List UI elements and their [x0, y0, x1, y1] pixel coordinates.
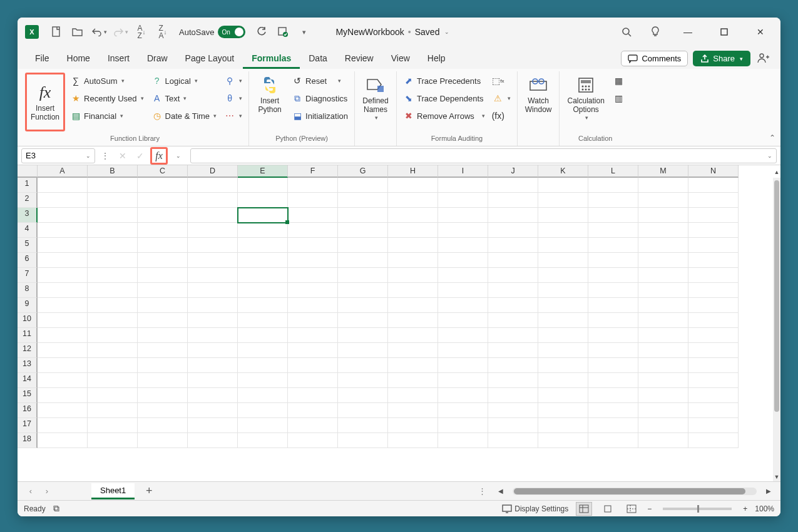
recently-used-button[interactable]: ★Recently Used▾: [68, 90, 146, 106]
cell-C3[interactable]: [138, 208, 188, 223]
cell-B11[interactable]: [88, 328, 138, 343]
hscroll-right-icon[interactable]: ▶: [763, 488, 774, 494]
cell-I8[interactable]: [438, 283, 488, 298]
sort-asc-icon[interactable]: AZ↓: [133, 23, 150, 41]
cell-N6[interactable]: [688, 253, 739, 268]
cell-M5[interactable]: [638, 238, 688, 253]
people-icon[interactable]: [755, 50, 772, 66]
cell-N18[interactable]: [688, 433, 739, 448]
show-formulas-button[interactable]: ⬚fx: [490, 73, 513, 89]
formula-input[interactable]: ⌄: [190, 148, 777, 163]
cell-D8[interactable]: [188, 283, 238, 298]
col-header-G[interactable]: G: [338, 165, 388, 178]
cell-G12[interactable]: [338, 343, 388, 358]
cell-B6[interactable]: [88, 253, 138, 268]
cell-G6[interactable]: [338, 253, 388, 268]
cell-E9[interactable]: [238, 298, 288, 313]
cell-G4[interactable]: [338, 223, 388, 238]
search-icon[interactable]: [618, 23, 635, 41]
cell-G16[interactable]: [338, 403, 388, 418]
defined-names-button[interactable]: Defined Names▾: [359, 73, 392, 124]
zoom-in-button[interactable]: +: [743, 504, 747, 513]
cell-F3[interactable]: [288, 208, 338, 223]
trace-precedents-button[interactable]: ⬈Trace Precedents: [401, 73, 488, 89]
cell-M10[interactable]: [638, 313, 688, 328]
cell-J10[interactable]: [488, 313, 538, 328]
cell-D17[interactable]: [188, 418, 238, 433]
cell-D11[interactable]: [188, 328, 238, 343]
cell-B12[interactable]: [88, 343, 138, 358]
cell-H3[interactable]: [388, 208, 438, 223]
cell-N17[interactable]: [688, 418, 739, 433]
cell-N16[interactable]: [688, 403, 739, 418]
cell-M13[interactable]: [638, 358, 688, 373]
cell-B15[interactable]: [88, 388, 138, 403]
calculate-now-button[interactable]: ▦: [611, 73, 627, 89]
cell-F2[interactable]: [288, 193, 338, 208]
col-header-K[interactable]: K: [538, 165, 588, 178]
cell-A11[interactable]: [38, 328, 88, 343]
tab-file[interactable]: File: [26, 48, 58, 69]
cell-D16[interactable]: [188, 403, 238, 418]
accessibility-icon[interactable]: ⧉: [53, 503, 59, 514]
share-button[interactable]: Share ▾: [693, 51, 750, 66]
cell-F10[interactable]: [288, 313, 338, 328]
cell-H17[interactable]: [388, 418, 438, 433]
row-header-1[interactable]: 1: [18, 178, 38, 193]
cell-K12[interactable]: [538, 343, 588, 358]
insert-python-button[interactable]: Insert Python: [253, 73, 287, 117]
cell-L17[interactable]: [588, 418, 638, 433]
tab-review[interactable]: Review: [336, 48, 382, 69]
cell-H4[interactable]: [388, 223, 438, 238]
watch-window-button[interactable]: Watch Window: [521, 73, 556, 117]
logical-button[interactable]: ?Logical▾: [149, 73, 220, 89]
add-sheet-button[interactable]: +: [141, 483, 157, 499]
cell-A12[interactable]: [38, 343, 88, 358]
cell-C16[interactable]: [138, 403, 188, 418]
cell-D1[interactable]: [188, 178, 238, 193]
cell-H12[interactable]: [388, 343, 438, 358]
evaluate-formula-button[interactable]: (fx): [490, 108, 513, 124]
lookup-button[interactable]: ⚲▾: [222, 73, 245, 89]
cell-J15[interactable]: [488, 388, 538, 403]
cell-D18[interactable]: [188, 433, 238, 448]
cell-N2[interactable]: [688, 193, 739, 208]
tab-view[interactable]: View: [382, 48, 419, 69]
math-trig-button[interactable]: θ▾: [222, 90, 245, 106]
cell-D9[interactable]: [188, 298, 238, 313]
calculation-options-button[interactable]: Calculation Options▾: [563, 73, 608, 124]
tab-formulas[interactable]: Formulas: [243, 48, 300, 69]
sheet-nav-next[interactable]: ›: [40, 484, 54, 498]
zoom-percent[interactable]: 100%: [755, 504, 774, 513]
cell-I11[interactable]: [438, 328, 488, 343]
cell-J1[interactable]: [488, 178, 538, 193]
cell-J16[interactable]: [488, 403, 538, 418]
cell-J12[interactable]: [488, 343, 538, 358]
cell-H15[interactable]: [388, 388, 438, 403]
cell-F6[interactable]: [288, 253, 338, 268]
cell-M16[interactable]: [638, 403, 688, 418]
row-header-8[interactable]: 8: [18, 283, 38, 298]
cell-L5[interactable]: [588, 238, 638, 253]
cell-J5[interactable]: [488, 238, 538, 253]
cell-A17[interactable]: [38, 418, 88, 433]
cell-B1[interactable]: [88, 178, 138, 193]
cell-K13[interactable]: [538, 358, 588, 373]
cell-I4[interactable]: [438, 223, 488, 238]
row-header-10[interactable]: 10: [18, 313, 38, 328]
tab-home[interactable]: Home: [58, 48, 99, 69]
cell-M9[interactable]: [638, 298, 688, 313]
cell-E8[interactable]: [238, 283, 288, 298]
spreadsheet-grid[interactable]: ABCDEFGHIJKLMN12345678910111213141516171…: [18, 165, 780, 481]
cell-I6[interactable]: [438, 253, 488, 268]
cell-D12[interactable]: [188, 343, 238, 358]
cell-B5[interactable]: [88, 238, 138, 253]
cell-G9[interactable]: [338, 298, 388, 313]
cell-L4[interactable]: [588, 223, 638, 238]
tab-data[interactable]: Data: [300, 48, 336, 69]
window-minimize[interactable]: —: [675, 23, 700, 41]
cell-F15[interactable]: [288, 388, 338, 403]
cell-D3[interactable]: [188, 208, 238, 223]
cell-A5[interactable]: [38, 238, 88, 253]
window-maximize[interactable]: [712, 23, 737, 41]
